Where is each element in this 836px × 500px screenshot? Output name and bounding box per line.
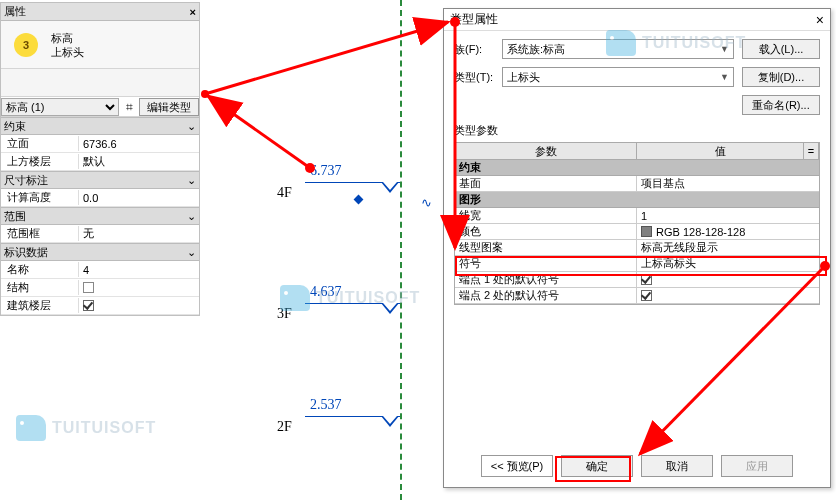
close-icon[interactable]: × [190,6,196,18]
row-elevation[interactable]: 立面 6736.6 [1,135,199,153]
grid-line [400,0,402,500]
row-calcht-val[interactable]: 0.0 [79,192,199,204]
row-lineweight[interactable]: 线宽 1 [455,208,819,224]
edit-type-icon[interactable]: ⌗ [119,100,139,114]
copy-button[interactable]: 复制(D)... [742,67,820,87]
level-break-icon[interactable]: ∿ [421,195,432,210]
row-color-value[interactable]: RGB 128-128-128 [637,224,819,239]
section-extent[interactable]: 范围⌄ [1,207,199,225]
row-scope-key: 范围框 [1,226,79,241]
dialog-buttons: << 预览(P) 确定 取消 应用 [444,455,830,477]
dialog-titlebar[interactable]: 类型属性 × [444,9,830,31]
type-line2: 上标头 [51,45,84,59]
row-elevation-val[interactable]: 6736.6 [79,138,199,150]
watermark: TUITUISOFT [606,30,746,56]
section-constraint[interactable]: 约束 [455,160,819,176]
row-name-val[interactable]: 4 [79,264,199,276]
type-select[interactable]: 上标头 ▼ [502,67,734,87]
chevron-down-icon: ▼ [720,72,729,82]
type-value: 上标头 [507,70,540,85]
apply-button[interactable]: 应用 [721,455,793,477]
structural-checkbox[interactable] [83,282,94,293]
type-thumb-text: 标高 上标头 [51,31,84,59]
row-name-key: 名称 [1,262,79,277]
level-2f-value: 2.537 [310,397,342,413]
col-lock-icon: = [804,143,819,159]
family-label: 族(F): [454,42,502,57]
row-bldg-key: 建筑楼层 [1,298,79,313]
spacer [1,69,199,97]
expand-icon: ⌄ [187,174,196,187]
section-constraint[interactable]: 约束⌄ [1,117,199,135]
row-upper-floor[interactable]: 上方楼层 默认 [1,153,199,171]
type-label: 类型(T): [454,70,502,85]
row-scope-val[interactable]: 无 [79,226,199,241]
section-graphic[interactable]: 图形 [455,192,819,208]
type-params-grid: 约束 基面 项目基点 图形 线宽 1 颜色 RGB 128-128-128 [454,160,820,305]
level-2f-label: 2F [277,419,292,435]
type-thumb-row[interactable]: 3 标高 上标头 [1,21,199,69]
level-grip-icon[interactable] [354,195,364,205]
type-properties-dialog: 类型属性 × 族(F): 系统族:标高 ▼ 载入(L)... 类型(T): 上标… [443,8,831,488]
section-dimension[interactable]: 尺寸标注⌄ [1,171,199,189]
row-struct-key: 结构 [1,280,79,295]
cancel-button[interactable]: 取消 [641,455,713,477]
rename-button[interactable]: 重命名(R)... [742,95,820,115]
row-line-pattern[interactable]: 线型图案 标高无线段显示 [455,240,819,256]
level-head-inner [383,416,397,424]
expand-icon: ⌄ [187,210,196,223]
row-calcht-key: 计算高度 [1,190,79,205]
load-button[interactable]: 载入(L)... [742,39,820,59]
level-head-inner [383,182,397,190]
grid-header: 参数 值 = [454,142,820,160]
family-value: 系统族:标高 [507,42,565,57]
building-story-checkbox[interactable] [83,300,94,311]
col-param: 参数 [455,143,637,159]
row-structural[interactable]: 结构 [1,279,199,297]
expand-icon: ⌄ [187,246,196,259]
logo-icon [16,415,46,441]
type-params-section: 类型参数 参数 值 = 约束 基面 项目基点 图形 线宽 1 [454,123,820,305]
filter-select[interactable]: 标高 (1) [1,98,119,116]
type-line1: 标高 [51,31,84,45]
logo-icon [280,285,310,311]
properties-title: 属性 [4,4,26,19]
logo-icon [606,30,636,56]
row-elevation-key: 立面 [1,136,79,151]
watermark: TUITUISOFT [280,285,420,311]
level-4f-value: 6.737 [310,163,342,179]
edit-type-button[interactable]: 编辑类型 [139,98,199,116]
badge-number: 3 [14,33,38,57]
dialog-title: 类型属性 [450,11,498,28]
row-color[interactable]: 颜色 RGB 128-128-128 [455,224,819,240]
row-scopebox[interactable]: 范围框 无 [1,225,199,243]
col-value: 值 [637,143,804,159]
properties-header: 属性 × [1,3,199,21]
expand-icon: ⌄ [187,120,196,133]
annotation-highlight-box [455,256,827,276]
rename-row: 重命名(R)... [454,95,820,115]
type-thumb: 3 [1,33,51,57]
close-icon[interactable]: × [816,12,824,28]
type-row: 类型(T): 上标头 ▼ 复制(D)... [454,67,820,87]
watermark: TUITUISOFT [16,415,156,441]
properties-panel: 属性 × 3 标高 上标头 标高 (1) ⌗ 编辑类型 约束⌄ 立面 6736.… [0,2,200,316]
row-name[interactable]: 名称 4 [1,261,199,279]
row-upper-val[interactable]: 默认 [79,154,199,169]
section-identity[interactable]: 标识数据⌄ [1,243,199,261]
row-upper-key: 上方楼层 [1,154,79,169]
annotation-highlight-box [555,456,631,482]
row-base[interactable]: 基面 项目基点 [455,176,819,192]
row-calc-height[interactable]: 计算高度 0.0 [1,189,199,207]
end2-checkbox[interactable] [641,290,652,301]
row-building-story[interactable]: 建筑楼层 [1,297,199,315]
filter-row: 标高 (1) ⌗ 编辑类型 [1,97,199,117]
type-params-label: 类型参数 [454,123,820,138]
row-end2-symbol[interactable]: 端点 2 处的默认符号 [455,288,819,304]
drawing-canvas[interactable]: 6.737 4F ∿ 4.637 3F 2.537 2F [205,0,435,500]
level-4f-label: 4F [277,185,292,201]
preview-button[interactable]: << 预览(P) [481,455,553,477]
color-swatch-icon [641,226,652,237]
